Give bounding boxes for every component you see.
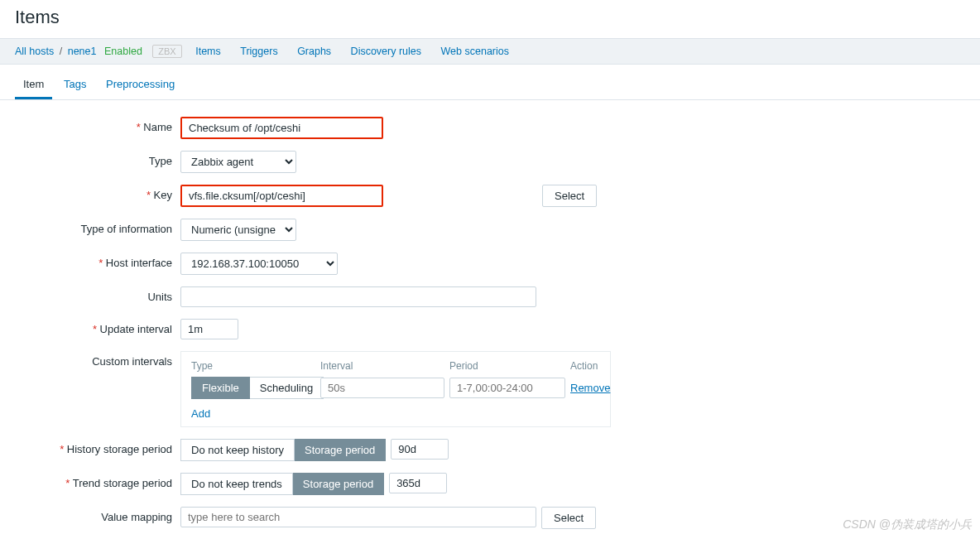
history-nokeep-button[interactable]: Do not keep history xyxy=(180,439,295,461)
ci-scheduling-button[interactable]: Scheduling xyxy=(250,377,324,399)
ci-remove-link[interactable]: Remove xyxy=(570,382,620,394)
custom-intervals-label: Custom intervals xyxy=(15,351,180,368)
ci-header-action: Action xyxy=(570,360,620,372)
item-form: Name Type Zabbix agent Key Select Type o… xyxy=(0,100,980,539)
ci-header-interval: Interval xyxy=(320,360,444,372)
ci-interval-input[interactable] xyxy=(320,378,444,398)
units-label: Units xyxy=(15,286,180,303)
trend-value-input[interactable] xyxy=(389,473,447,493)
page-title: Items xyxy=(0,0,980,38)
tab-preprocessing[interactable]: Preprocessing xyxy=(98,73,183,97)
valuemap-input[interactable] xyxy=(180,507,536,527)
type-select[interactable]: Zabbix agent xyxy=(180,151,296,173)
ci-period-input[interactable] xyxy=(449,378,565,398)
nav-items[interactable]: Items xyxy=(195,46,221,57)
nav-triggers[interactable]: Triggers xyxy=(240,46,277,57)
valuemap-select-button[interactable]: Select xyxy=(541,507,596,529)
type-label: Type xyxy=(15,151,180,167)
name-input[interactable] xyxy=(180,117,383,139)
history-period-button[interactable]: Storage period xyxy=(295,439,386,461)
nav-graphs[interactable]: Graphs xyxy=(297,46,331,57)
trend-period-button[interactable]: Storage period xyxy=(293,473,384,495)
tabs: Item Tags Preprocessing xyxy=(0,65,980,100)
hostif-select[interactable]: 192.168.37.100:10050 xyxy=(180,253,338,275)
breadcrumb-host[interactable]: nene1 xyxy=(68,46,97,57)
valuemap-label: Value mapping xyxy=(15,507,180,523)
nav-discovery[interactable]: Discovery rules xyxy=(351,46,421,57)
info-label: Type of information xyxy=(15,219,180,235)
tab-item[interactable]: Item xyxy=(15,73,52,99)
info-select[interactable]: Numeric (unsigned) xyxy=(180,219,296,241)
update-input[interactable] xyxy=(180,319,238,339)
trend-label: Trend storage period xyxy=(15,473,180,489)
nav-web[interactable]: Web scenarios xyxy=(441,46,509,57)
tab-tags[interactable]: Tags xyxy=(55,73,94,97)
units-input[interactable] xyxy=(180,286,536,307)
history-value-input[interactable] xyxy=(391,439,449,460)
key-input[interactable] xyxy=(180,185,383,207)
ci-flexible-button[interactable]: Flexible xyxy=(191,377,250,399)
hostif-label: Host interface xyxy=(15,253,180,269)
breadcrumb-all-hosts[interactable]: All hosts xyxy=(15,46,54,57)
breadcrumb-separator: / xyxy=(57,46,65,57)
key-select-button[interactable]: Select xyxy=(542,185,597,207)
zbx-badge: ZBX xyxy=(152,45,181,58)
ci-header-period: Period xyxy=(449,360,565,372)
ci-header-type: Type xyxy=(191,360,315,372)
key-label: Key xyxy=(15,185,180,201)
ci-type-toggle: Flexible Scheduling xyxy=(191,377,315,399)
name-label: Name xyxy=(15,117,180,133)
ci-add-link[interactable]: Add xyxy=(191,407,210,420)
host-status-enabled: Enabled xyxy=(99,46,147,57)
history-label: History storage period xyxy=(15,439,180,455)
trend-nokeep-button[interactable]: Do not keep trends xyxy=(180,473,293,495)
custom-intervals-box: Type Interval Period Action Flexible Sch… xyxy=(180,351,611,427)
navbar: All hosts / nene1 Enabled ZBX Items Trig… xyxy=(0,38,980,65)
update-label: Update interval xyxy=(15,319,180,335)
